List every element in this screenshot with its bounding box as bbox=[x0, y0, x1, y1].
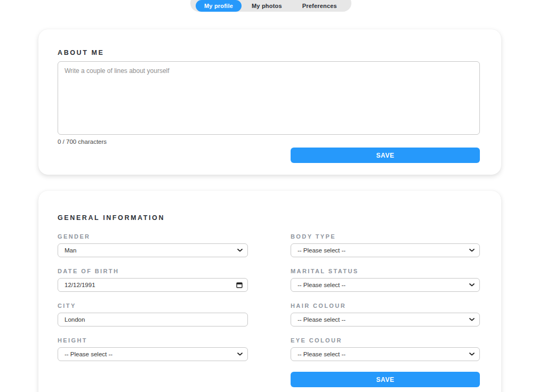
field-gender: GENDER Man bbox=[58, 233, 248, 257]
about-save-row: SAVE bbox=[58, 148, 480, 163]
city-control bbox=[58, 313, 248, 326]
gender-label: GENDER bbox=[58, 233, 248, 240]
tab-my-photos[interactable]: My photos bbox=[242, 0, 292, 12]
marital-status-control: -- Please select -- bbox=[291, 278, 480, 292]
about-save-button[interactable]: SAVE bbox=[291, 148, 480, 163]
date-of-birth-control bbox=[58, 278, 248, 292]
body-type-select[interactable]: -- Please select -- bbox=[291, 243, 480, 257]
tab-my-profile[interactable]: My profile bbox=[196, 0, 242, 12]
grid-spacer bbox=[58, 372, 248, 387]
height-control: -- Please select -- bbox=[58, 347, 248, 361]
tab-bar: My profile My photos Preferences bbox=[190, 0, 351, 12]
body-type-control: -- Please select -- bbox=[291, 243, 480, 257]
about-me-textarea[interactable] bbox=[58, 61, 480, 135]
hair-colour-control: -- Please select -- bbox=[291, 313, 480, 326]
height-select[interactable]: -- Please select -- bbox=[58, 347, 248, 361]
eye-colour-label: EYE COLOUR bbox=[291, 337, 480, 344]
field-eye-colour: EYE COLOUR -- Please select -- bbox=[291, 337, 480, 361]
gender-select[interactable]: Man bbox=[58, 243, 248, 257]
field-hair-colour: HAIR COLOUR -- Please select -- bbox=[291, 303, 480, 326]
date-of-birth-label: DATE OF BIRTH bbox=[58, 268, 248, 274]
eye-colour-select[interactable]: -- Please select -- bbox=[291, 347, 480, 361]
field-height: HEIGHT -- Please select -- bbox=[58, 337, 248, 361]
hair-colour-label: HAIR COLOUR bbox=[291, 303, 480, 309]
city-input[interactable] bbox=[58, 313, 248, 326]
general-save-cell: SAVE bbox=[291, 372, 480, 387]
general-information-title: GENERAL INFORMATION bbox=[58, 215, 480, 222]
city-label: CITY bbox=[58, 303, 248, 309]
field-marital-status: MARITAL STATUS -- Please select -- bbox=[291, 268, 480, 292]
about-me-card: ABOUT ME 0 / 700 characters SAVE bbox=[38, 29, 501, 175]
general-save-button[interactable]: SAVE bbox=[291, 372, 480, 387]
about-me-title: ABOUT ME bbox=[58, 50, 480, 56]
field-city: CITY bbox=[58, 303, 248, 326]
marital-status-select[interactable]: -- Please select -- bbox=[291, 278, 480, 292]
tab-preferences[interactable]: Preferences bbox=[292, 0, 347, 12]
general-information-form: GENDER Man BODY TYPE -- Please select -- bbox=[58, 233, 480, 387]
field-date-of-birth: DATE OF BIRTH bbox=[58, 268, 248, 292]
profile-page: My profile My photos Preferences ABOUT M… bbox=[0, 0, 546, 392]
body-type-label: BODY TYPE bbox=[291, 233, 480, 240]
hair-colour-select[interactable]: -- Please select -- bbox=[291, 313, 480, 326]
general-information-card: GENERAL INFORMATION GENDER Man BODY TYPE bbox=[38, 191, 501, 392]
character-counter: 0 / 700 characters bbox=[58, 138, 480, 145]
marital-status-label: MARITAL STATUS bbox=[291, 268, 480, 274]
height-label: HEIGHT bbox=[58, 337, 248, 344]
gender-control: Man bbox=[58, 243, 248, 257]
eye-colour-control: -- Please select -- bbox=[291, 347, 480, 361]
date-of-birth-input[interactable] bbox=[58, 278, 248, 292]
field-body-type: BODY TYPE -- Please select -- bbox=[291, 233, 480, 257]
